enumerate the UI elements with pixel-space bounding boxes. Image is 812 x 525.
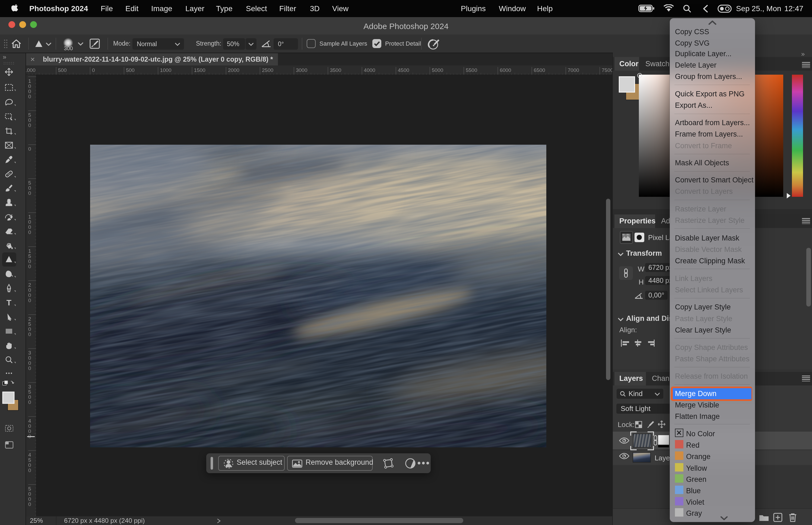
svg-text:6500: 6500	[534, 67, 545, 73]
svg-text:0: 0	[28, 399, 31, 405]
svg-text:0: 0	[28, 298, 31, 303]
svg-text:5: 5	[28, 112, 31, 118]
svg-text:2: 2	[28, 282, 31, 288]
svg-text:2500: 2500	[262, 67, 273, 73]
svg-text:0: 0	[28, 360, 31, 366]
svg-text:0: 0	[28, 467, 31, 473]
svg-text:0: 0	[28, 83, 31, 89]
svg-text:0: 0	[28, 331, 31, 337]
svg-text:T: T	[6, 298, 11, 307]
svg-text:4500: 4500	[398, 67, 409, 73]
svg-text:0: 0	[28, 219, 31, 225]
svg-text:4000: 4000	[364, 67, 376, 73]
svg-text:4: 4	[28, 418, 31, 424]
svg-text:5000: 5000	[432, 67, 443, 73]
svg-text:5500: 5500	[466, 67, 477, 73]
svg-text:1500: 1500	[194, 67, 205, 73]
svg-text:0: 0	[28, 258, 31, 264]
svg-text:5: 5	[28, 457, 31, 463]
svg-text:0: 0	[28, 394, 31, 400]
svg-text:3: 3	[28, 350, 31, 356]
svg-text:0: 0	[28, 185, 31, 191]
svg-text:1: 1	[28, 78, 31, 84]
svg-text:7000: 7000	[568, 67, 579, 73]
svg-text:1: 1	[28, 248, 31, 254]
svg-text:0: 0	[28, 229, 31, 235]
svg-text:5: 5	[28, 321, 31, 327]
svg-text:2: 2	[28, 316, 31, 322]
svg-text:1000: 1000	[26, 67, 35, 73]
svg-text:0: 0	[28, 496, 31, 502]
svg-text:0: 0	[28, 89, 31, 94]
svg-text:0: 0	[28, 326, 31, 332]
svg-text:0: 0	[28, 365, 31, 371]
svg-text:1000: 1000	[160, 67, 171, 73]
svg-text:0: 0	[28, 287, 31, 293]
svg-text:500: 500	[126, 67, 135, 73]
svg-text:0: 0	[28, 190, 31, 196]
svg-text:5: 5	[28, 486, 31, 492]
svg-text:2000: 2000	[228, 67, 239, 73]
svg-text:0: 0	[28, 146, 31, 152]
svg-text:7500: 7500	[602, 67, 612, 73]
svg-text:0: 0	[28, 224, 31, 230]
svg-text:3000: 3000	[296, 67, 307, 73]
svg-text:500: 500	[58, 67, 67, 73]
svg-text:0: 0	[28, 292, 31, 298]
svg-text:0: 0	[28, 117, 31, 123]
svg-text:0: 0	[28, 355, 31, 361]
svg-text:6000: 6000	[500, 67, 511, 73]
svg-text:0: 0	[28, 94, 31, 99]
svg-text:0: 0	[28, 264, 31, 269]
svg-text:3: 3	[28, 384, 31, 390]
svg-text:5: 5	[28, 180, 31, 186]
svg-text:0: 0	[28, 462, 31, 468]
svg-text:5: 5	[28, 389, 31, 395]
svg-text:0: 0	[28, 423, 31, 429]
svg-text:3500: 3500	[330, 67, 341, 73]
svg-text:0: 0	[28, 501, 31, 507]
svg-text:0: 0	[92, 67, 95, 73]
svg-text:5: 5	[28, 253, 31, 259]
svg-text:0: 0	[28, 122, 31, 128]
svg-text:4: 4	[28, 452, 31, 458]
svg-text:0: 0	[28, 429, 31, 434]
svg-text:0: 0	[28, 491, 31, 497]
svg-text:1: 1	[28, 214, 31, 220]
